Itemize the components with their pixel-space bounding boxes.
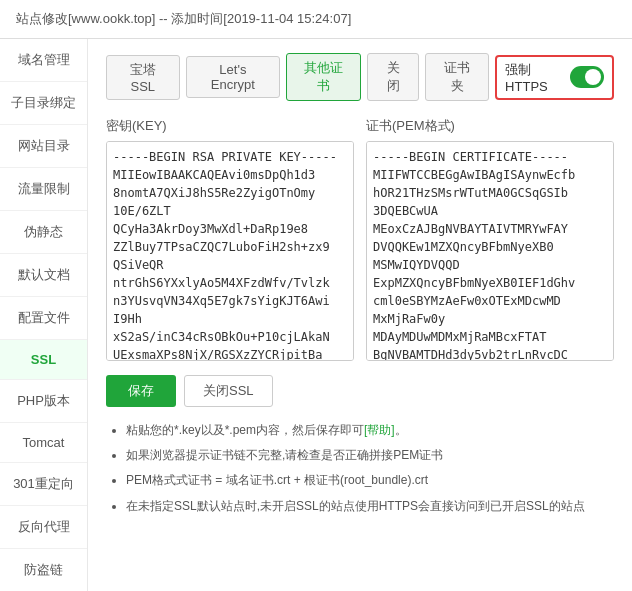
key-editor-block: 密钥(KEY) -----BEGIN RSA PRIVATE KEY----- … <box>106 117 354 361</box>
key-label: 密钥(KEY) <box>106 117 354 135</box>
tabs-row: 宝塔SSL Let's Encrypt 其他证书 关闭 证书夹 强制HTTPS <box>106 53 614 101</box>
cert-textarea[interactable]: -----BEGIN CERTIFICATE----- MIIFWTCCBEGg… <box>366 141 614 361</box>
cert-editor-block: 证书(PEM格式) -----BEGIN CERTIFICATE----- MI… <box>366 117 614 361</box>
title-bar: 站点修改[www.ookk.top] -- 添加时间[2019-11-04 15… <box>0 0 632 39</box>
https-toggle-container: 强制HTTPS <box>495 55 614 100</box>
tips-list: 粘贴您的*.key以及*.pem内容，然后保存即可[帮助]。 如果浏览器提示证书… <box>106 421 614 516</box>
sidebar-item-traffic-limit[interactable]: 流量限制 <box>0 168 87 211</box>
tab-cert-view[interactable]: 证书夹 <box>425 53 489 101</box>
sidebar-item-hotlink-prot[interactable]: 防盗链 <box>0 549 87 591</box>
sidebar-item-tomcat[interactable]: Tomcat <box>0 423 87 463</box>
tip-4: 在未指定SSL默认站点时,未开启SSL的站点使用HTTPS会直接访问到已开启SS… <box>126 497 614 516</box>
sidebar-item-redirect-301[interactable]: 301重定向 <box>0 463 87 506</box>
cert-label: 证书(PEM格式) <box>366 117 614 135</box>
https-toggle-switch[interactable] <box>570 66 604 88</box>
tip-3: PEM格式式证书 = 域名证书.crt + 根证书(root_bundle).c… <box>126 471 614 490</box>
tab-other-cert[interactable]: 其他证书 <box>286 53 361 101</box>
tip-1: 粘贴您的*.key以及*.pem内容，然后保存即可[帮助]。 <box>126 421 614 440</box>
editors-row: 密钥(KEY) -----BEGIN RSA PRIVATE KEY----- … <box>106 117 614 361</box>
sidebar-item-ssl[interactable]: SSL <box>0 340 87 380</box>
sidebar-item-config-file[interactable]: 配置文件 <box>0 297 87 340</box>
buttons-row: 保存 关闭SSL <box>106 375 614 407</box>
sidebar-item-domain-mgmt[interactable]: 域名管理 <box>0 39 87 82</box>
tab-lets-encrypt[interactable]: Let's Encrypt <box>186 56 281 98</box>
main-content: 宝塔SSL Let's Encrypt 其他证书 关闭 证书夹 强制HTTPS … <box>88 39 632 591</box>
sidebar-item-pseudo-static[interactable]: 伪静态 <box>0 211 87 254</box>
key-textarea[interactable]: -----BEGIN RSA PRIVATE KEY----- MIIEowIB… <box>106 141 354 361</box>
sidebar-item-subdir-bind[interactable]: 子目录绑定 <box>0 82 87 125</box>
close-ssl-button[interactable]: 关闭SSL <box>184 375 273 407</box>
sidebar: 域名管理 子目录绑定 网站目录 流量限制 伪静态 默认文档 配置文件 SSL P… <box>0 39 88 591</box>
tip-2: 如果浏览器提示证书链不完整,请检查是否正确拼接PEM证书 <box>126 446 614 465</box>
save-button[interactable]: 保存 <box>106 375 176 407</box>
help-link[interactable]: [帮助] <box>364 423 395 437</box>
https-toggle-label: 强制HTTPS <box>505 61 564 94</box>
tab-baota-ssl[interactable]: 宝塔SSL <box>106 55 180 100</box>
tab-close[interactable]: 关闭 <box>367 53 419 101</box>
sidebar-item-php-version[interactable]: PHP版本 <box>0 380 87 423</box>
sidebar-item-default-doc[interactable]: 默认文档 <box>0 254 87 297</box>
sidebar-item-reverse-proxy[interactable]: 反向代理 <box>0 506 87 549</box>
sidebar-item-website-dir[interactable]: 网站目录 <box>0 125 87 168</box>
